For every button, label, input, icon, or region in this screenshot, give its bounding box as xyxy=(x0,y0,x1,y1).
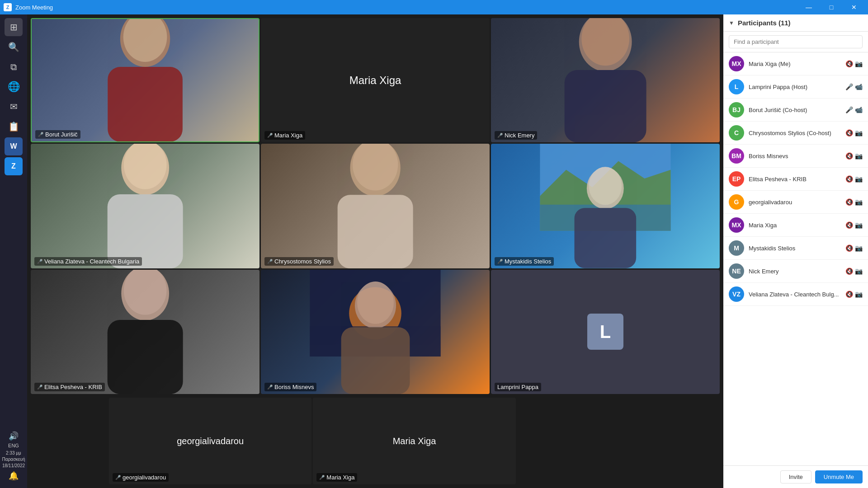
participant-icons-maria-xiga-me: 🔇📷 xyxy=(845,60,863,67)
participant-icons-georgialivadarou: 🔇📷 xyxy=(845,198,863,206)
participant-avatar-nick: NE xyxy=(729,263,744,279)
svg-rect-1 xyxy=(108,67,183,142)
participant-icons-lamprini: 🎤📹 xyxy=(845,83,863,90)
panel-header: ▼ Participants (11) xyxy=(723,14,868,32)
participant-mic-icon-elitsa: 🔇 xyxy=(845,175,853,183)
video-grid: 🎤 Borut Jurišič Maria Xiga 🎤 Maria Xiga xyxy=(27,14,723,398)
participant-mic-icon-boriss: 🔇 xyxy=(845,152,853,160)
minimize-button[interactable]: — xyxy=(798,0,819,14)
video-cell-maria-bottom: Maria Xiga 🎤 Maria Xiga xyxy=(313,398,515,484)
participant-name-veliana: Veliana Zlateva - Cleantech Bulg... xyxy=(749,291,841,298)
participant-icons-veliana: 🔇📷 xyxy=(845,291,863,298)
unmute-me-button[interactable]: Unmute Me xyxy=(815,470,863,483)
panel-collapse-icon[interactable]: ▼ xyxy=(729,20,734,26)
video-cell-elitsa: 🎤 Elitsa Pesheva - KRIB xyxy=(31,270,259,394)
participant-avatar-georgialivadarou: G xyxy=(729,194,744,210)
participant-icons-boriss: 🔇📷 xyxy=(845,152,863,160)
participant-item-maria-xiga-me[interactable]: MXMaria Xiga (Me)🔇📷 xyxy=(723,52,868,75)
participant-avatar-chrysostomos: C xyxy=(729,125,744,141)
maximize-button[interactable]: □ xyxy=(821,0,842,14)
participant-name-chrysostomos: Chrysostomos Stylios (Co-host) xyxy=(749,130,841,136)
elitsa-figure xyxy=(82,270,208,394)
svg-rect-16 xyxy=(575,208,637,268)
nick-mic-icon: 🎤 xyxy=(497,133,503,138)
taskbar-chrome[interactable]: 🌐 xyxy=(5,78,23,96)
elitsa-name: 🎤 Elitsa Pesheva - KRIB xyxy=(34,383,105,391)
veliana-figure xyxy=(82,144,208,268)
participant-icons-chrysostomos: 🔇📷 xyxy=(845,129,863,136)
borut-name: 🎤 Borut Jurišič xyxy=(35,130,80,139)
video-cell-boriss: 🎤 Boriss Misnevs xyxy=(261,270,490,394)
participant-mic-icon-maria-xiga-2: 🔇 xyxy=(845,221,853,229)
participant-icons-mystakidis: 🔇📷 xyxy=(845,244,863,252)
participant-item-lamprini[interactable]: LLamprini Pappa (Host)🎤📹 xyxy=(723,75,868,99)
participant-video-icon-georgialivadarou: 📷 xyxy=(855,198,863,206)
participant-name-lamprini: Lamprini Pappa (Host) xyxy=(749,84,841,90)
video-grid-bottom-row: georgialivadarou 🎤 georgialivadarou Mari… xyxy=(27,398,723,488)
window-controls: — □ ✕ xyxy=(798,0,864,14)
participant-item-veliana[interactable]: VZVeliana Zlateva - Cleantech Bulg...🔇📷 xyxy=(723,283,868,306)
participant-name-mystakidis: Mystakidis Stelios xyxy=(749,245,841,252)
participant-item-maria-xiga-2[interactable]: MXMaria Xiga🔇📷 xyxy=(723,214,868,237)
taskbar-bottom: 🔊 ENG 2:33 μμ Παρασκευή 18/11/2022 🔔 xyxy=(2,431,25,484)
invite-button[interactable]: Invite xyxy=(780,470,811,483)
boriss-mic-icon: 🎤 xyxy=(267,385,273,389)
participant-item-elitsa[interactable]: EPElitsa Pesheva - KRIB🔇📷 xyxy=(723,168,868,191)
video-cell-lamprini: L Lamprini Pappa xyxy=(491,270,720,394)
participant-item-mystakidis[interactable]: MMystakidis Stelios🔇📷 xyxy=(723,237,868,260)
taskbar-word[interactable]: W xyxy=(5,137,23,155)
windows-taskbar: ⊞ 🔍 ⧉ 🌐 ✉ 📋 W Z 🔊 ENG 2:33 μμ Παρασκευή … xyxy=(0,14,27,488)
panel-title: Participants (11) xyxy=(738,19,791,27)
maria-bottom-center-name: Maria Xiga xyxy=(393,436,436,446)
participant-video-icon-mystakidis: 📷 xyxy=(855,244,863,252)
participant-mic-icon-veliana: 🔇 xyxy=(845,291,853,298)
taskbar-task-view[interactable]: ⧉ xyxy=(5,58,23,76)
participant-item-borut[interactable]: BJBorut Jurišič (Co-host)🎤📹 xyxy=(723,99,868,122)
video-cell-mystakidis: 🎤 Mystakidis Stelios xyxy=(491,144,720,268)
taskbar-mail[interactable]: ✉ xyxy=(5,98,23,116)
participant-search-input[interactable] xyxy=(729,35,863,48)
nick-name: 🎤 Nick Emery xyxy=(495,131,537,140)
maria-top-center-name: Maria Xiga xyxy=(349,74,401,87)
georgialivadarou-center-name: georgialivadarou xyxy=(177,436,244,446)
chrysostomos-mic-icon: 🎤 xyxy=(267,259,273,264)
mystakidis-mic-icon: 🎤 xyxy=(497,259,503,264)
borut-mic-icon: 🎤 xyxy=(38,132,43,137)
participant-item-chrysostomos[interactable]: CChrysostomos Stylios (Co-host)🔇📷 xyxy=(723,122,868,145)
participant-mic-icon-nick: 🔇 xyxy=(845,267,853,275)
participant-video-icon-borut: 📹 xyxy=(855,106,863,113)
taskbar-zoom[interactable]: Z xyxy=(5,157,23,175)
taskbar-search[interactable]: 🔍 xyxy=(5,38,23,56)
participant-icons-nick: 🔇📷 xyxy=(845,267,863,275)
taskbar-teams[interactable]: 📋 xyxy=(5,117,23,136)
participant-item-georgialivadarou[interactable]: Ggeorgialivadarou🔇📷 xyxy=(723,191,868,214)
window-title: Zoom Meeting xyxy=(15,4,53,11)
participant-video-icon-lamprini: 📹 xyxy=(855,83,863,90)
title-bar-left: Z Zoom Meeting xyxy=(4,3,53,11)
lamprini-name: Lamprini Pappa xyxy=(495,383,541,391)
close-button[interactable]: ✕ xyxy=(844,0,864,14)
zoom-app-icon: Z xyxy=(4,3,12,11)
elitsa-mic-icon: 🎤 xyxy=(37,385,42,389)
participant-video-icon-maria-xiga-2: 📷 xyxy=(855,221,863,229)
zoom-meeting-area: 🎤 Borut Jurišič Maria Xiga 🎤 Maria Xiga xyxy=(27,14,723,488)
title-bar: Z Zoom Meeting — □ ✕ xyxy=(0,0,868,14)
mystakidis-figure xyxy=(554,155,657,268)
nick-figure xyxy=(542,18,668,142)
chrysostomos-name: 🎤 Chrysostomos Stylios xyxy=(264,257,334,266)
panel-footer: Invite Unmute Me xyxy=(723,465,868,488)
taskbar-windows-start[interactable]: ⊞ xyxy=(5,18,23,36)
clock: 2:33 μμ Παρασκευή 18/11/2022 xyxy=(2,450,25,469)
participant-mic-icon-borut: 🎤 xyxy=(845,106,853,113)
panel-search-container xyxy=(723,32,868,52)
empty-cell xyxy=(31,398,108,484)
participant-mic-icon-chrysostomos: 🔇 xyxy=(845,129,853,136)
video-cell-borut: 🎤 Borut Jurišič xyxy=(31,18,259,142)
participant-name-maria-xiga-me: Maria Xiga (Me) xyxy=(749,61,841,67)
participant-mic-icon-mystakidis: 🔇 xyxy=(845,244,853,252)
participant-name-borut: Borut Jurišič (Co-host) xyxy=(749,107,841,113)
participant-item-nick[interactable]: NENick Emery🔇📷 xyxy=(723,260,868,283)
participant-item-boriss[interactable]: BMBoriss Misnevs🔇📷 xyxy=(723,145,868,168)
participant-avatar-maria-xiga-2: MX xyxy=(729,217,744,233)
participant-avatar-veliana: VZ xyxy=(729,286,744,302)
